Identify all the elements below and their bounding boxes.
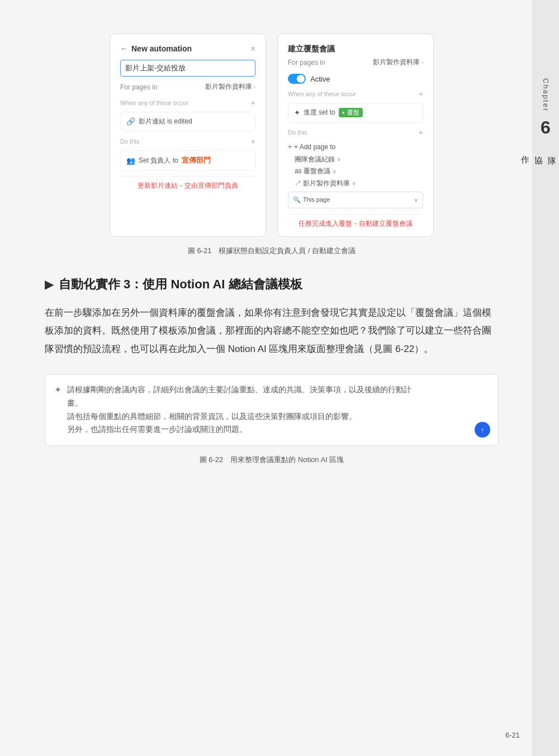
for-pages-value[interactable]: 影片製作資料庫 ›	[205, 82, 255, 92]
action-box: 👥 Set 負責人 to 宣傳部門	[120, 150, 255, 170]
do-this-section: Do this + 👥 Set 負責人 to 宣傳部門	[120, 137, 255, 170]
figure-22-caption: 圖 6-22 用來整理會議重點的 Notion AI 區塊	[45, 455, 499, 465]
this-page-label: This page	[303, 194, 330, 206]
ai-block: ✦ 請根據剛剛的會議內容，詳細列出會議的主要討論重點、達成的共識、決策事項，以及…	[45, 374, 499, 446]
do-this-plus-icon[interactable]: +	[251, 137, 255, 146]
right-do-this-label: Do this	[288, 129, 307, 136]
right-panel-caption: 任務完成進入覆盤－自動建立覆盤會議	[288, 214, 423, 229]
body-text: 在前一步驟添加在另外一個資料庫的覆盤會議，如果你有注意到會發現它其實是設定以「覆…	[45, 304, 499, 358]
chevron-right-icon: ›	[254, 84, 255, 90]
right-for-pages-value[interactable]: 影片製作資料庫 ›	[373, 58, 423, 67]
ai-text: 請根據剛剛的會議內容，詳細列出會議的主要討論重點、達成的共識、決策事項，以及後續…	[67, 383, 411, 436]
sub-item-3: ↗ 影片製作資料庫 ∨	[288, 178, 423, 190]
dropdown-arrow-icon: ∨	[414, 196, 418, 205]
close-icon[interactable]: ×	[251, 44, 255, 53]
condition-text: 影片連結 is edited	[139, 117, 192, 126]
right-condition-box: ✦ 進度 set to ● 覆盤	[288, 103, 423, 122]
chapter-subtitle: 團 隊 協 作	[519, 149, 559, 151]
ai-block-inner: ✦ 請根據剛剛的會議內容，詳細列出會議的主要討論重點、達成的共識、決策事項，以及…	[54, 383, 487, 436]
right-when-label: When any of these occur	[288, 91, 356, 97]
right-panel: 建立覆盤會議 For pages in 影片製作資料庫 › Active Whe…	[277, 34, 434, 237]
sub-item-1: 團隊會議紀錄 ∨	[288, 154, 423, 166]
left-panel-caption: 更新影片連結－交由宣傳部門負責	[120, 176, 255, 191]
when-label: When any of these occur	[120, 99, 188, 106]
search-icon: 🔍	[293, 194, 301, 206]
chapter-number: 6	[541, 117, 551, 138]
ai-line2: 畫。	[67, 398, 83, 407]
page-number: 6-21	[505, 731, 520, 739]
dropdown-caret-2: ∨	[333, 167, 337, 176]
chapter-sidebar: Chapter 6 團 隊 協 作	[532, 0, 559, 756]
when-plus-icon[interactable]: +	[251, 98, 255, 107]
sub-item-2: as 覆盤會議 ∨	[288, 165, 423, 178]
heading-arrow-icon: ▶	[45, 278, 53, 291]
automation-name-input[interactable]: 影片上架-交給投放	[120, 60, 255, 77]
for-pages-label: For pages in	[120, 83, 158, 91]
add-page-label: + Add page to	[294, 141, 335, 154]
condition-tag: ● 覆盤	[339, 108, 363, 117]
action-value: 宣傳部門	[182, 155, 211, 165]
link-icon: 🔗	[126, 117, 135, 126]
this-page-box[interactable]: 🔍 This page ∨	[288, 192, 423, 208]
right-condition-text: 進度 set to	[304, 108, 335, 117]
sparkle-icon: ✦	[294, 108, 300, 117]
left-panel-title-row: ← New automation	[120, 44, 192, 53]
do-this-header: Do this +	[120, 137, 255, 146]
left-panel-title: New automation	[131, 44, 192, 53]
action-prefix: Set 負責人 to	[139, 156, 178, 165]
ai-line3: 請包括每個重點的具體細節，相關的背景資訊，以及這些決策對團隊或項目的影響。	[67, 412, 357, 421]
main-content: ← New automation × 影片上架-交給投放 For pages i…	[0, 0, 532, 756]
ai-sparkle-icon: ✦	[54, 384, 61, 395]
right-do-this-plus[interactable]: +	[419, 128, 423, 137]
plus-icon: +	[288, 141, 292, 154]
right-for-pages-label: For pages in	[288, 59, 325, 66]
screenshots-row: ← New automation × 影片上架-交給投放 For pages i…	[45, 34, 499, 237]
ai-send-button[interactable]: ↑	[475, 422, 490, 438]
right-for-pages-row: For pages in 影片製作資料庫 ›	[288, 58, 423, 67]
right-panel-title: 建立覆盤會議	[288, 44, 423, 54]
left-panel: ← New automation × 影片上架-交給投放 For pages i…	[110, 34, 266, 237]
figure-21-caption: 圖 6-21 根據狀態自動設定負責人員 / 自動建立會議	[45, 246, 499, 256]
section-3-heading: ▶ 自動化實作 3：使用 Notion AI 總結會議模板	[45, 276, 499, 293]
ai-line4: 另外，也請指出任何需要進一步討論或關注的問題。	[67, 425, 247, 434]
ai-line1: 請根據剛剛的會議內容，詳細列出會議的主要討論重點、達成的共識、決策事項，以及後續…	[67, 385, 411, 394]
active-toggle-row[interactable]: Active	[288, 74, 423, 84]
add-page-title: + + Add page to	[288, 141, 423, 154]
people-icon: 👥	[126, 156, 135, 165]
right-do-this-row: Do this +	[288, 128, 423, 137]
active-toggle[interactable]	[288, 74, 306, 84]
heading-text: 自動化實作 3：使用 Notion AI 總結會議模板	[59, 276, 302, 293]
right-when-header: When any of these occur +	[288, 89, 423, 98]
when-section-header: When any of these occur +	[120, 98, 255, 107]
condition-box: 🔗 影片連結 is edited	[120, 112, 255, 131]
add-page-section: + + Add page to 團隊會議紀錄 ∨ as 覆盤會議 ∨ ↗ 影片製…	[288, 141, 423, 208]
right-when-plus[interactable]: +	[419, 89, 423, 98]
chapter-label: Chapter	[542, 78, 550, 112]
for-pages-row: For pages in 影片製作資料庫 ›	[120, 82, 255, 92]
do-this-label: Do this	[120, 138, 139, 145]
dropdown-caret-3: ∨	[352, 179, 356, 188]
back-arrow-icon[interactable]: ←	[120, 44, 128, 53]
left-panel-header: ← New automation ×	[120, 44, 255, 53]
right-chevron-icon: ›	[421, 59, 423, 65]
dropdown-caret-1: ∨	[337, 155, 341, 164]
active-label: Active	[310, 75, 330, 83]
